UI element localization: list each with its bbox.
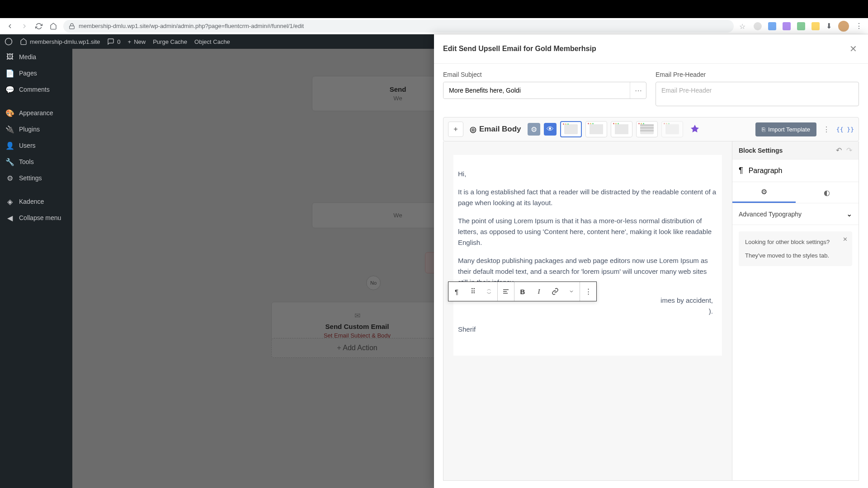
settings-tab[interactable]: ⚙	[732, 182, 796, 203]
svg-point-1	[5, 38, 12, 45]
layout-template-special[interactable]	[687, 121, 703, 137]
panel-title: Edit Send Upsell Email for Gold Memberhs…	[443, 45, 596, 53]
email-subject-label: Email Subject	[443, 71, 646, 78]
email-paragraph[interactable]: The point of using Lorem Ipsum is that i…	[453, 216, 722, 248]
menu-media[interactable]: 🖼Media	[0, 49, 72, 65]
forward-button[interactable]	[20, 22, 29, 31]
block-type-indicator: ¶ Paragraph	[732, 160, 859, 182]
bookmark-star-icon[interactable]: ☆	[739, 22, 747, 30]
inline-formatting-toolbar: ¶ ⠿ ︿﹀ B I ⋮	[448, 282, 597, 301]
email-preheader-input[interactable]	[656, 82, 859, 106]
close-hint-button[interactable]: ✕	[843, 235, 848, 244]
block-settings-sidebar: Block Settings ↶ ↷ ¶ Paragraph ⚙ ◐ Advan…	[732, 141, 859, 480]
appearance-icon: 🎨	[5, 108, 14, 117]
menu-plugins[interactable]: 🔌Plugins	[0, 121, 72, 137]
browser-toolbar: membership-dmlu.wp1.site/wp-admin/admin.…	[0, 18, 868, 34]
extension-icon[interactable]	[797, 22, 805, 30]
block-settings-title: Block Settings	[739, 147, 783, 154]
move-up-down-button[interactable]: ︿﹀	[481, 282, 497, 301]
menu-settings[interactable]: ⚙Settings	[0, 170, 72, 186]
comments-count[interactable]: 0	[107, 38, 120, 45]
wp-admin-sidebar: 🖼Media 📄Pages 💬Comments 🎨Appearance 🔌Plu…	[0, 49, 72, 488]
svg-rect-0	[70, 26, 75, 28]
block-settings-hint: ✕ Looking for other block settings? They…	[739, 231, 852, 266]
reload-button[interactable]	[34, 22, 43, 31]
email-subject-input[interactable]	[443, 82, 630, 99]
paragraph-icon: ¶	[739, 166, 743, 175]
url-text: membership-dmlu.wp1.site/wp-admin/admin.…	[79, 23, 304, 29]
advanced-typography-section[interactable]: Advanced Typography ⌄	[732, 203, 859, 225]
browser-extension-icons: ☆ ⬇ ⋮	[739, 21, 863, 32]
email-body-heading: ◎ Email Body	[470, 125, 521, 134]
kadence-icon: ◈	[5, 197, 14, 206]
email-paragraph[interactable]: Hi,	[453, 169, 722, 179]
more-formatting-button[interactable]	[563, 282, 580, 301]
address-bar[interactable]: membership-dmlu.wp1.site/wp-admin/admin.…	[63, 20, 734, 33]
menu-appearance[interactable]: 🎨Appearance	[0, 105, 72, 121]
subject-smartcode-button[interactable]: ⋯	[630, 82, 646, 99]
email-paragraph[interactable]: Sherif	[453, 324, 722, 335]
gear-icon: ⚙	[761, 188, 767, 196]
layout-template-2[interactable]	[585, 121, 607, 137]
import-icon: ⎘	[762, 126, 765, 133]
menu-tools[interactable]: 🔧Tools	[0, 154, 72, 170]
styles-tab[interactable]: ◐	[796, 182, 859, 203]
menu-users[interactable]: 👤Users	[0, 137, 72, 154]
extension-icon[interactable]	[754, 22, 762, 30]
toolbar-mode-2[interactable]: 👁	[544, 123, 557, 136]
italic-button[interactable]: I	[531, 282, 547, 301]
extension-icon[interactable]	[768, 22, 776, 30]
purge-cache[interactable]: Purge Cache	[153, 38, 187, 45]
add-block-button[interactable]: +	[448, 122, 463, 137]
browser-menu-icon[interactable]: ⋮	[855, 22, 863, 30]
panel-header: Edit Send Upsell Email for Gold Memberhs…	[434, 34, 868, 64]
drag-handle-button[interactable]: ⠿	[465, 282, 481, 301]
paragraph-type-button[interactable]: ¶	[448, 282, 465, 301]
menu-comments[interactable]: 💬Comments	[0, 81, 72, 98]
layout-template-4[interactable]	[636, 121, 658, 137]
more-options-button[interactable]: ⋮	[580, 282, 596, 301]
toolbar-mode-1[interactable]: ⚙	[528, 123, 540, 136]
tools-icon: 🔧	[5, 157, 14, 166]
bold-button[interactable]: B	[514, 282, 531, 301]
settings-icon: ⚙	[5, 174, 14, 183]
undo-button[interactable]: ↶	[836, 146, 842, 155]
email-paragraph[interactable]: It is a long established fact that a rea…	[453, 187, 722, 208]
align-button[interactable]	[498, 282, 514, 301]
site-name-link[interactable]: membership-dmlu.wp1.site	[20, 38, 100, 45]
home-button[interactable]	[49, 22, 58, 31]
target-icon: ◎	[470, 125, 476, 134]
import-template-button[interactable]: ⎘ Import Template	[755, 122, 816, 136]
toolbar-more-button[interactable]: ⋮	[820, 125, 833, 134]
comments-icon: 💬	[5, 85, 14, 94]
layout-template-5[interactable]	[661, 121, 683, 137]
contrast-icon: ◐	[824, 188, 830, 197]
smartcode-braces-button[interactable]: {{ }}	[836, 126, 854, 133]
email-editor-canvas[interactable]: Hi, It is a long established fact that a…	[443, 141, 732, 480]
back-button[interactable]	[5, 22, 14, 31]
plugins-icon: 🔌	[5, 125, 14, 134]
download-icon[interactable]: ⬇	[826, 22, 832, 30]
media-icon: 🖼	[5, 52, 14, 61]
layout-template-3[interactable]	[611, 121, 632, 137]
pages-icon: 📄	[5, 69, 14, 78]
users-icon: 👤	[5, 141, 14, 150]
profile-avatar[interactable]	[838, 21, 849, 32]
menu-pages[interactable]: 📄Pages	[0, 65, 72, 81]
close-panel-button[interactable]: ✕	[848, 42, 859, 56]
redo-button[interactable]: ↷	[846, 146, 852, 155]
new-content[interactable]: +New	[128, 38, 146, 45]
menu-kadence[interactable]: ◈Kadence	[0, 193, 72, 210]
chevron-down-icon: ⌄	[846, 210, 852, 218]
link-button[interactable]	[547, 282, 563, 301]
extension-icon[interactable]	[811, 22, 820, 30]
editor-toolbar: + ◎ Email Body ⚙ 👁 ⎘ Import Template ⋮ {…	[443, 117, 859, 141]
extension-icon[interactable]	[783, 22, 791, 30]
layout-template-1[interactable]	[560, 121, 582, 137]
wp-logo[interactable]	[5, 38, 13, 46]
collapse-icon: ◀	[5, 213, 14, 222]
menu-collapse[interactable]: ◀Collapse menu	[0, 210, 72, 226]
email-preheader-label: Email Pre-Header	[656, 71, 859, 78]
object-cache[interactable]: Object Cache	[194, 38, 230, 45]
edit-email-panel: Edit Send Upsell Email for Gold Memberhs…	[434, 34, 868, 488]
